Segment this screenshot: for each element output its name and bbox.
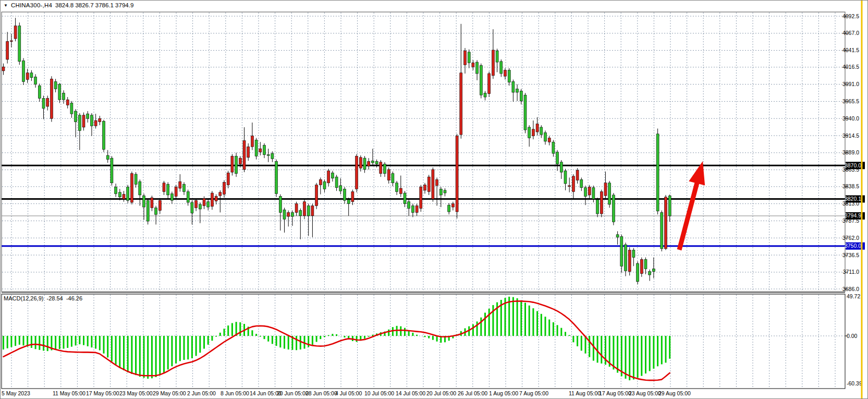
candle bbox=[263, 146, 266, 155]
candle bbox=[118, 192, 121, 197]
time-axis-label: 23 May 05:00 bbox=[119, 390, 153, 396]
candle bbox=[516, 89, 519, 92]
candle bbox=[637, 263, 639, 282]
candle bbox=[384, 164, 386, 174]
candle bbox=[524, 95, 527, 130]
candle bbox=[319, 179, 322, 185]
candle bbox=[247, 147, 250, 158]
candle bbox=[556, 152, 559, 164]
price-axis-label: 3838.5 bbox=[842, 183, 859, 189]
candle bbox=[612, 195, 615, 222]
time-axis-label: 29 May 05:00 bbox=[153, 390, 186, 396]
candle bbox=[70, 103, 73, 114]
price-axis-label: 3940.0 bbox=[842, 115, 859, 122]
candle bbox=[508, 70, 510, 82]
candle bbox=[203, 198, 205, 205]
candle bbox=[608, 183, 611, 204]
candle bbox=[604, 183, 607, 196]
candle bbox=[544, 132, 547, 141]
candle bbox=[375, 162, 378, 164]
candle bbox=[649, 272, 651, 275]
candle bbox=[287, 212, 290, 216]
chart-ohlc-values: 3824.8 3826.7 3786.1 3794.9 bbox=[55, 2, 133, 8]
candle bbox=[661, 212, 663, 248]
candle bbox=[584, 188, 587, 197]
time-axis-label: 26 Jul 05:00 bbox=[458, 390, 487, 396]
candle bbox=[488, 74, 491, 94]
candle bbox=[103, 121, 105, 149]
candle bbox=[588, 187, 591, 195]
candle bbox=[668, 196, 671, 215]
candle bbox=[155, 208, 157, 214]
candle bbox=[644, 259, 647, 269]
candle bbox=[480, 66, 482, 95]
macd-axis-label: -60.39 bbox=[847, 380, 862, 386]
price-axis-label: 3762.0 bbox=[842, 235, 859, 241]
candle bbox=[123, 195, 125, 199]
time-axis-label: 14 Jul 05:00 bbox=[396, 390, 425, 396]
candle bbox=[42, 99, 45, 108]
candle bbox=[592, 188, 595, 199]
candle bbox=[628, 250, 631, 271]
candle bbox=[572, 176, 574, 192]
candle bbox=[38, 86, 41, 98]
candle bbox=[451, 204, 454, 207]
time-axis-label: 29 Aug 05:00 bbox=[658, 390, 691, 396]
candle bbox=[632, 250, 635, 257]
candle bbox=[235, 156, 238, 173]
candle bbox=[251, 136, 253, 147]
candle bbox=[18, 26, 21, 62]
candle bbox=[279, 196, 282, 212]
candle bbox=[468, 52, 470, 63]
candle bbox=[564, 171, 567, 184]
candle bbox=[151, 198, 153, 208]
candle bbox=[26, 73, 29, 80]
symbol-dropdown-icon[interactable]: ▼ bbox=[4, 3, 8, 8]
time-axis-label: 17 Aug 05:00 bbox=[599, 390, 631, 396]
candle bbox=[656, 134, 659, 211]
candle bbox=[351, 191, 354, 201]
candle bbox=[183, 184, 186, 191]
candle bbox=[259, 149, 262, 152]
price-tag: 3750.0 bbox=[845, 243, 861, 249]
candle bbox=[94, 120, 97, 126]
candle bbox=[46, 99, 49, 106]
candle bbox=[408, 202, 410, 209]
candle bbox=[115, 187, 117, 194]
candle bbox=[211, 193, 213, 207]
candle bbox=[303, 202, 306, 216]
candle bbox=[271, 153, 274, 159]
candle bbox=[580, 179, 583, 187]
time-axis-label: 28 Jun 05:00 bbox=[305, 390, 337, 396]
candle bbox=[2, 67, 5, 71]
time-axis-label: 20 Jun 05:00 bbox=[277, 390, 309, 396]
time-axis-label: 7 Aug 05:00 bbox=[519, 390, 548, 396]
candle bbox=[219, 192, 222, 196]
candle bbox=[484, 93, 486, 97]
candle bbox=[436, 179, 438, 186]
macd-main-value: -28.54 bbox=[45, 295, 63, 301]
candle bbox=[163, 183, 165, 192]
candle bbox=[500, 62, 503, 74]
candle bbox=[540, 127, 543, 135]
time-axis-label: 1 Aug 05:00 bbox=[489, 390, 518, 396]
chart-title-bar: ▼ CHINA300-,H4 3824.8 3826.7 3786.1 3794… bbox=[4, 2, 133, 8]
candle bbox=[75, 111, 77, 122]
candle bbox=[187, 191, 189, 202]
candle bbox=[295, 204, 298, 213]
price-chart-svg[interactable]: 4092.54067.04041.54016.53991.03965.53940… bbox=[1, 1, 868, 399]
candle bbox=[415, 205, 418, 212]
candle bbox=[464, 51, 467, 65]
candle bbox=[339, 186, 342, 191]
time-axis-label: 23 Aug 05:00 bbox=[629, 390, 661, 396]
candle bbox=[640, 259, 643, 273]
candle bbox=[10, 41, 13, 42]
price-tag: 3794.9 bbox=[845, 212, 861, 219]
time-axis-label: 11 May 05:00 bbox=[53, 390, 85, 396]
candle bbox=[552, 142, 555, 153]
candle bbox=[255, 140, 258, 156]
candle bbox=[170, 194, 173, 200]
candle bbox=[167, 184, 169, 195]
candle bbox=[158, 200, 161, 210]
macd-signal-value: -46.26 bbox=[65, 295, 82, 301]
